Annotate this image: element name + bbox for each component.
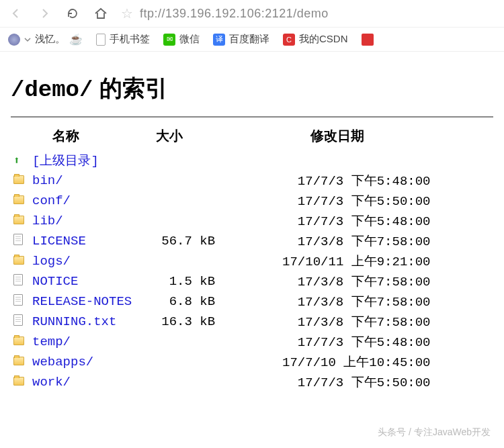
file-date: 17/7/3 下午5:48:00 bbox=[255, 171, 433, 191]
folder-icon bbox=[13, 357, 24, 365]
file-date: 17/7/3 下午5:50:00 bbox=[255, 191, 433, 211]
table-row: work/17/7/3 下午5:50:00 bbox=[11, 372, 433, 392]
table-row: RELEASE-NOTES6.8 kB17/3/8 下午7:58:00 bbox=[11, 292, 433, 312]
file-date: 17/10/11 上午9:21:00 bbox=[255, 251, 433, 271]
file-link[interactable]: bin/ bbox=[32, 173, 63, 188]
bookmark-qianyi[interactable]: 浅忆。 ☕ bbox=[8, 33, 83, 46]
file-link[interactable]: RELEASE-NOTES bbox=[32, 294, 132, 309]
parent-dir-row: ⬆ [上级目录] bbox=[11, 150, 433, 171]
table-row: bin/17/7/3 下午5:48:00 bbox=[11, 171, 433, 191]
table-row: webapps/17/7/10 上午10:45:00 bbox=[11, 352, 433, 372]
title-path: /demo/ bbox=[11, 77, 93, 103]
bookmark-mobile[interactable]: 手机书签 bbox=[96, 33, 150, 46]
file-link[interactable]: conf/ bbox=[32, 193, 71, 208]
bookmark-label: 我的CSDN bbox=[299, 33, 348, 46]
reload-icon bbox=[66, 7, 79, 20]
app-icon bbox=[362, 34, 374, 46]
file-link[interactable]: NOTICE bbox=[32, 274, 78, 289]
file-link[interactable]: RUNNING.txt bbox=[32, 314, 116, 329]
bookmark-label: 手机书签 bbox=[110, 33, 150, 46]
file-size: 1.5 kB bbox=[134, 271, 255, 292]
home-button[interactable] bbox=[93, 5, 109, 21]
file-size bbox=[134, 352, 255, 372]
file-date: 17/3/8 下午7:58:00 bbox=[255, 271, 433, 292]
file-size: 56.7 kB bbox=[134, 231, 255, 251]
page-title: /demo/ 的索引 bbox=[11, 73, 493, 104]
file-size: 6.8 kB bbox=[134, 292, 255, 312]
file-link[interactable]: work/ bbox=[32, 375, 71, 390]
browser-toolbar: ☆ ftp://139.196.192.106:2121/demo bbox=[0, 0, 504, 28]
file-size bbox=[134, 171, 255, 191]
bookmark-csdn[interactable]: C 我的CSDN bbox=[283, 33, 348, 46]
table-row: lib/17/7/3 下午5:48:00 bbox=[11, 211, 433, 231]
file-date: 17/7/3 下午5:50:00 bbox=[255, 372, 433, 392]
file-size bbox=[134, 211, 255, 231]
forward-button[interactable] bbox=[36, 5, 52, 21]
file-icon bbox=[13, 274, 23, 285]
parent-dir-link[interactable]: [上级目录] bbox=[32, 154, 99, 169]
file-date: 17/3/8 下午7:58:00 bbox=[255, 292, 433, 312]
favicon-icon bbox=[8, 34, 20, 46]
divider bbox=[11, 116, 493, 118]
file-icon bbox=[13, 294, 23, 306]
file-size bbox=[134, 251, 255, 271]
bookmark-label: 浅忆。 bbox=[35, 33, 65, 46]
address-bar[interactable]: ☆ ftp://139.196.192.106:2121/demo bbox=[121, 5, 496, 21]
table-header-row: 名称 大小 修改日期 bbox=[11, 124, 433, 150]
file-date: 17/3/8 下午7:58:00 bbox=[255, 231, 433, 251]
table-row: temp/17/7/3 下午5:48:00 bbox=[11, 332, 433, 352]
file-date: 17/3/8 下午7:58:00 bbox=[255, 312, 433, 332]
file-link[interactable]: webapps/ bbox=[32, 355, 93, 369]
table-row: RUNNING.txt16.3 kB17/3/8 下午7:58:00 bbox=[11, 312, 433, 332]
page-content: /demo/ 的索引 名称 大小 修改日期 ⬆ [上级目录] bin/17/7/… bbox=[0, 52, 504, 406]
file-link[interactable]: logs/ bbox=[32, 254, 71, 269]
bookmark-label: 百度翻译 bbox=[229, 33, 269, 46]
bookmark-wechat[interactable]: ✉ 微信 bbox=[163, 33, 200, 46]
folder-icon bbox=[13, 175, 24, 184]
file-link[interactable]: LICENSE bbox=[32, 234, 86, 249]
file-link[interactable]: temp/ bbox=[32, 334, 71, 349]
back-button[interactable] bbox=[8, 5, 24, 21]
table-row: conf/17/7/3 下午5:50:00 bbox=[11, 191, 433, 211]
file-date: 17/7/10 上午10:45:00 bbox=[255, 352, 433, 372]
file-link[interactable]: lib/ bbox=[32, 214, 63, 228]
file-icon bbox=[13, 234, 23, 245]
reload-button[interactable] bbox=[65, 5, 81, 21]
title-suffix: 的索引 bbox=[93, 75, 167, 101]
csdn-icon: C bbox=[283, 34, 295, 46]
chevron-right-icon bbox=[38, 7, 50, 19]
folder-icon bbox=[13, 337, 24, 345]
up-arrow-icon: ⬆ bbox=[13, 155, 20, 167]
bookmark-extra[interactable] bbox=[362, 34, 374, 46]
file-date: 17/7/3 下午5:48:00 bbox=[255, 332, 433, 352]
file-size bbox=[134, 332, 255, 352]
wechat-icon: ✉ bbox=[163, 34, 175, 46]
col-name: 名称 bbox=[30, 124, 134, 150]
bookmark-label: 微信 bbox=[179, 33, 200, 46]
bookmark-star-icon[interactable]: ☆ bbox=[121, 5, 133, 21]
chevron-left-icon bbox=[10, 7, 22, 19]
baidu-icon: 译 bbox=[213, 34, 225, 46]
col-size: 大小 bbox=[134, 124, 255, 150]
table-row: logs/17/10/11 上午9:21:00 bbox=[11, 251, 433, 271]
folder-icon bbox=[13, 256, 24, 265]
file-size bbox=[134, 372, 255, 392]
file-listing-table: 名称 大小 修改日期 ⬆ [上级目录] bin/17/7/3 下午5:48:00… bbox=[11, 124, 433, 392]
folder-icon bbox=[13, 216, 24, 224]
file-size: 16.3 kB bbox=[134, 312, 255, 332]
bookmark-baidu-translate[interactable]: 译 百度翻译 bbox=[213, 33, 269, 46]
folder-icon bbox=[13, 195, 24, 204]
folder-icon bbox=[13, 377, 24, 386]
table-row: NOTICE1.5 kB17/3/8 下午7:58:00 bbox=[11, 271, 433, 292]
home-icon bbox=[93, 6, 108, 21]
bookmarks-bar: 浅忆。 ☕ 手机书签 ✉ 微信 译 百度翻译 C 我的CSDN bbox=[0, 28, 504, 52]
coffee-icon: ☕ bbox=[69, 33, 83, 46]
file-icon bbox=[13, 314, 23, 326]
file-size bbox=[134, 191, 255, 211]
page-icon bbox=[96, 34, 106, 46]
chevron-down-icon bbox=[24, 36, 31, 43]
table-row: LICENSE56.7 kB17/3/8 下午7:58:00 bbox=[11, 231, 433, 251]
file-date: 17/7/3 下午5:48:00 bbox=[255, 211, 433, 231]
col-date: 修改日期 bbox=[255, 124, 433, 150]
url-text: ftp://139.196.192.106:2121/demo bbox=[140, 7, 329, 21]
